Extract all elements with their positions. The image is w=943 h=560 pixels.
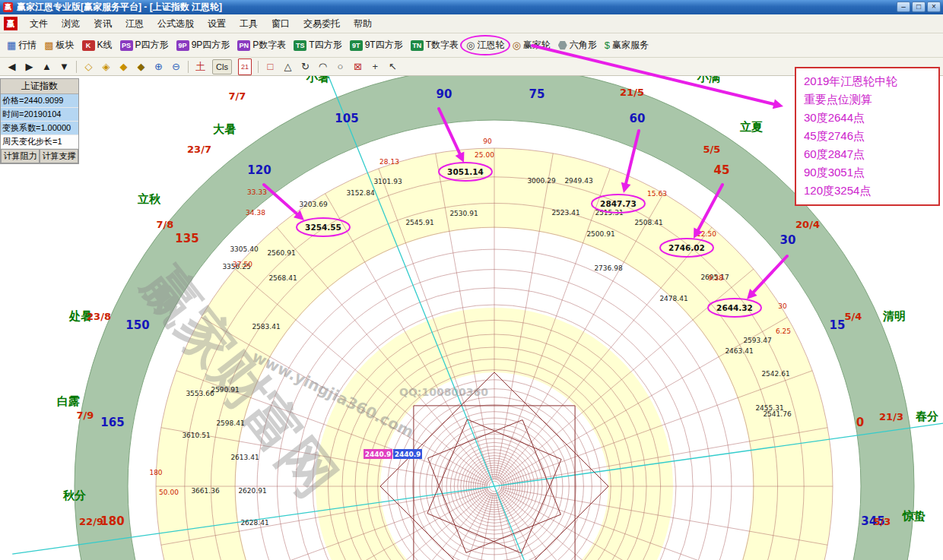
annotation-line: 60度2847点 xyxy=(804,145,931,163)
solar-term-label: 小满 xyxy=(697,76,720,84)
menu-帮助[interactable]: 帮助 xyxy=(347,15,379,33)
menu-公式选股[interactable]: 公式选股 xyxy=(151,15,201,33)
degree-label: 15 xyxy=(830,318,846,332)
solar-term-label: 立夏 xyxy=(739,120,763,134)
toolbar-label: 9T四方形 xyxy=(365,39,403,52)
degree-label: 180 xyxy=(100,514,124,528)
nav-right-icon[interactable]: ▶ xyxy=(24,60,35,74)
degree-label: 120 xyxy=(247,163,271,177)
toolbar-button-赢家轮[interactable]: ◎赢家轮 xyxy=(508,36,554,54)
move-tool-icon[interactable]: + xyxy=(370,60,381,74)
solar-term-label: 立秋 xyxy=(137,192,161,206)
button-计算支撑[interactable]: 计算支撑 xyxy=(40,149,78,163)
zoom-out-icon[interactable]: ⊖ xyxy=(170,60,182,74)
t-number-table-icon: TN xyxy=(411,40,424,51)
index-info-panel: 上证指数 价格=2440.9099时间=20190104变换系数=1.00000… xyxy=(0,78,79,164)
index-name: 上证指数 xyxy=(1,79,78,94)
annotation-line: 30度2644点 xyxy=(804,109,931,127)
ring-value: 2593.47 xyxy=(743,337,771,344)
degree-label: 0 xyxy=(856,416,864,429)
date-label: 7/9 xyxy=(77,410,94,421)
menu-设置[interactable]: 设置 xyxy=(201,15,233,33)
date-label: 23/8 xyxy=(87,311,111,322)
date-label: 21/3 xyxy=(879,411,903,422)
date-label: 7/7 xyxy=(229,90,246,102)
quotes-grid-icon: ▦ xyxy=(7,40,16,51)
toolbar-label: T四方形 xyxy=(309,39,341,52)
diamond-half-icon[interactable]: ◈ xyxy=(100,60,112,74)
ring-value: 2628.41 xyxy=(240,519,268,527)
toolbar-button-P四方形[interactable]: PSP四方形 xyxy=(116,36,173,54)
delete-tool-icon[interactable]: ⊠ xyxy=(352,60,364,74)
close-button[interactable]: × xyxy=(927,2,941,12)
diamond-outline-icon[interactable]: ◇ xyxy=(83,60,94,74)
ring-value: 2583.41 xyxy=(252,323,280,331)
menu-窗口[interactable]: 窗口 xyxy=(265,15,297,33)
menu-交易委托[interactable]: 交易委托 xyxy=(297,15,347,33)
toolbar-label: 9P四方形 xyxy=(192,39,230,52)
9t-square-icon: 9T xyxy=(350,40,363,51)
zoom-in-icon[interactable]: ⊕ xyxy=(153,60,164,74)
ring-value: 2508.41 xyxy=(634,219,662,226)
pointer-tool-icon[interactable]: ↖ xyxy=(387,60,398,74)
spoke-value: 6.25 xyxy=(776,327,791,335)
sectors-icon: ▩ xyxy=(44,40,53,51)
button-计算阻力[interactable]: 计算阻力 xyxy=(1,149,40,163)
toolbar-button-T四方形[interactable]: TST四方形 xyxy=(290,36,345,54)
highlighted-value: 2847.73 xyxy=(600,199,637,208)
nav-up-icon[interactable]: ▲ xyxy=(41,60,52,74)
date-label: 21/5 xyxy=(620,87,644,98)
toolbar-button-K线[interactable]: KK线 xyxy=(78,36,116,54)
solar-term-label: 秋分 xyxy=(62,489,86,502)
separator xyxy=(258,61,259,73)
circle-tool-icon[interactable]: ○ xyxy=(335,60,346,74)
menu-资讯[interactable]: 资讯 xyxy=(87,15,119,33)
toolbar-button-江恩轮[interactable]: ◎江恩轮 xyxy=(462,36,508,54)
ring-value: 2530.91 xyxy=(449,210,478,217)
info-row: 周天变化步长=1 xyxy=(1,135,78,149)
date-label: 5/3 xyxy=(874,516,891,527)
toolbar-button-9P四方形[interactable]: 9P9P四方形 xyxy=(173,36,234,54)
app-logo-icon: 赢 xyxy=(3,2,13,12)
toolbar-button-六角形[interactable]: 六角形 xyxy=(554,36,601,54)
clear-button[interactable]: Cls xyxy=(212,59,232,74)
ring-value: 3305.40 xyxy=(230,245,258,253)
ring-value: 2500.91 xyxy=(586,230,614,238)
rect-tool-icon[interactable]: □ xyxy=(265,60,276,74)
degree-label: 105 xyxy=(335,112,358,125)
info-row: 变换系数=1.00000 xyxy=(1,122,78,135)
solar-term-label: 大暑 xyxy=(213,122,236,136)
watermark: QQ:100800360 xyxy=(399,386,488,398)
menu-江恩[interactable]: 江恩 xyxy=(119,15,151,33)
ring-value: 2542.61 xyxy=(761,370,789,378)
menu-浏览[interactable]: 浏览 xyxy=(55,15,87,33)
minimize-button[interactable]: – xyxy=(897,2,910,12)
toolbar-label: P数字表 xyxy=(252,39,286,52)
calc-buttons: 计算阻力计算支撑 xyxy=(1,149,78,163)
toolbar-button-9T四方形[interactable]: 9T9T四方形 xyxy=(346,36,407,54)
axis-tool-icon[interactable]: 土 xyxy=(195,60,206,74)
nav-left-icon[interactable]: ◀ xyxy=(6,60,17,74)
9p-square-icon: 9P xyxy=(176,40,189,51)
ring-value: 2736.98 xyxy=(594,264,622,272)
rotate-tool-icon[interactable]: ↻ xyxy=(300,60,311,74)
menu-文件[interactable]: 文件 xyxy=(23,15,55,33)
toolbar-button-板块[interactable]: ▩板块 xyxy=(40,36,78,54)
toolbar-button-赢家服务[interactable]: $赢家服务 xyxy=(601,36,652,54)
diamond-dark-icon[interactable]: ◆ xyxy=(135,60,147,74)
menu-items: 文件浏览资讯江恩公式选股设置工具窗口交易委托帮助 xyxy=(23,15,379,33)
annotation-line: 90度3051点 xyxy=(804,163,931,182)
ring-value: 2541.76 xyxy=(763,410,791,418)
nav-down-icon[interactable]: ▼ xyxy=(59,60,70,74)
calendar-icon[interactable]: 21 xyxy=(238,59,252,75)
menu-工具[interactable]: 工具 xyxy=(233,15,265,33)
toolbar-button-P数字表[interactable]: PNP数字表 xyxy=(233,36,290,54)
toolbar-button-T数字表[interactable]: TNT数字表 xyxy=(407,36,462,54)
degree-label: 165 xyxy=(100,416,124,429)
ring-value: 3610.51 xyxy=(182,432,210,439)
toolbar-button-行情[interactable]: ▦行情 xyxy=(3,36,40,54)
maximize-button[interactable]: □ xyxy=(912,2,926,12)
diamond-filled-icon[interactable]: ◆ xyxy=(118,60,129,74)
triangle-tool-icon[interactable]: △ xyxy=(282,60,294,74)
arc-tool-icon[interactable]: ◠ xyxy=(317,60,329,74)
